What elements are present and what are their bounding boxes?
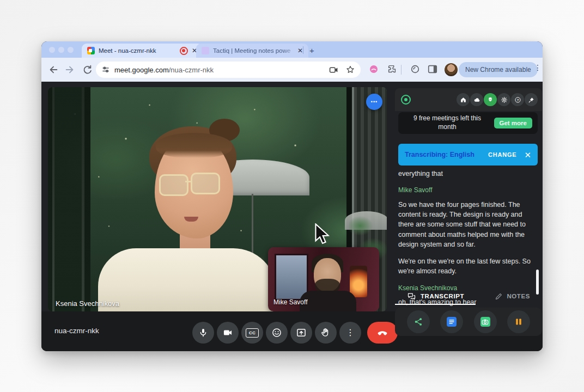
- transcript-utterance: everything that: [398, 169, 531, 179]
- side-panel-icon[interactable]: [427, 64, 438, 75]
- home-button[interactable]: [457, 93, 470, 106]
- tactiq-header-icons: ?: [457, 93, 538, 106]
- main-participant-name: Ksenia Svechnikova: [56, 299, 119, 308]
- tab-meet-title: Meet - nua-czmr-nkk: [99, 47, 176, 54]
- shield-check-icon: [487, 96, 494, 103]
- captions-button[interactable]: CC: [241, 322, 263, 344]
- present-button[interactable]: [290, 322, 312, 344]
- tactiq-extension-icon[interactable]: [368, 64, 379, 75]
- end-call-button[interactable]: [367, 322, 398, 344]
- tactiq-sidebar: ? 9 free meetings left this month Get mo…: [395, 82, 542, 351]
- tab-transcript[interactable]: TRANSCRIPT: [407, 292, 464, 301]
- raise-hand-icon: [320, 327, 331, 338]
- tab-close-icon[interactable]: ✕: [297, 47, 303, 54]
- chat-bubbles-icon: [407, 292, 416, 301]
- tab-separator: [303, 46, 303, 54]
- help-button[interactable]: ?: [511, 93, 524, 106]
- participant-glasses-bridge: [185, 181, 192, 182]
- smiley-icon: [271, 327, 282, 338]
- mouse-cursor: [314, 223, 330, 245]
- camera-in-use-icon[interactable]: [328, 65, 339, 75]
- privacy-button[interactable]: [484, 93, 497, 106]
- pip-participant-body: [300, 291, 356, 311]
- help-icon: ?: [514, 96, 521, 103]
- back-icon[interactable]: [48, 64, 59, 75]
- participant-hairline: [156, 133, 232, 158]
- raise-hand-button[interactable]: [315, 322, 337, 344]
- camera-icon: [222, 327, 233, 338]
- settings-button[interactable]: [497, 93, 510, 106]
- chrome-update-button[interactable]: New Chrome available: [459, 62, 538, 77]
- gear-icon: [501, 96, 508, 103]
- reactions-button[interactable]: [266, 322, 288, 344]
- share-icon: [413, 317, 423, 327]
- active-tab-underline: [395, 304, 476, 305]
- new-tab-button[interactable]: +: [309, 46, 314, 55]
- tab-transcript-label: TRANSCRIPT: [421, 293, 464, 299]
- pin-button[interactable]: [525, 93, 538, 106]
- upload-button[interactable]: [470, 93, 483, 106]
- chrome-update-label: New Chrome available: [465, 66, 531, 74]
- home-icon: [460, 96, 467, 103]
- tab-meet[interactable]: Meet - nua-czmr-nkk ✕: [82, 44, 203, 58]
- screenshot-camera-icon: [480, 317, 490, 327]
- tab-tactiq[interactable]: Tactiq | Meeting notes powe ✕: [196, 44, 308, 58]
- free-meetings-text: 9 free meetings left this month: [404, 114, 491, 131]
- present-icon: [296, 327, 307, 338]
- main-video-tile[interactable]: Mike Savoff ••• Ksenia Svechnikova: [48, 87, 387, 311]
- docs-icon: [447, 317, 457, 327]
- recording-indicator-icon: [180, 47, 188, 55]
- forward-icon[interactable]: [64, 64, 75, 75]
- widget-dots-icon: •••: [371, 99, 378, 105]
- site-info-icon[interactable]: [101, 65, 110, 74]
- transcript-utterance: We're on the we're on the last few steps…: [398, 256, 531, 277]
- tactiq-header: ?: [395, 88, 542, 111]
- transcript-speaker: Mike Savoff: [398, 186, 531, 195]
- pip-video-tile[interactable]: Mike Savoff: [268, 247, 379, 311]
- participant-glasses: [159, 174, 188, 196]
- share-button[interactable]: [407, 310, 430, 333]
- reload-icon[interactable]: [82, 64, 93, 75]
- meet-page: Mike Savoff ••• Ksenia Svechnikova nua-c…: [41, 82, 543, 351]
- url-bar[interactable]: meet.google.com/nua-czmr-nkk: [96, 62, 361, 78]
- change-language-button[interactable]: CHANGE: [488, 151, 516, 158]
- participant-glasses: [191, 173, 220, 194]
- meet-controls: CC ⋮: [192, 322, 398, 344]
- window-close-button[interactable]: [49, 47, 55, 53]
- pencil-icon: [495, 292, 503, 301]
- extensions-puzzle-icon[interactable]: [387, 64, 398, 75]
- meeting-code: nua-czmr-nkk: [54, 327, 99, 335]
- bookmark-star-icon[interactable]: [345, 65, 355, 75]
- free-meetings-banner: 9 free meetings left this month Get more: [398, 112, 538, 134]
- banner-close-icon[interactable]: ✕: [524, 151, 531, 159]
- camera-button[interactable]: [217, 322, 239, 344]
- window-minimize-button[interactable]: [58, 47, 64, 53]
- more-options-button[interactable]: ⋮: [339, 322, 361, 344]
- url-text: meet.google.com/nua-czmr-nkk: [114, 66, 328, 74]
- recording-target-icon: [399, 93, 412, 106]
- pin-icon: [528, 96, 535, 103]
- end-call-icon: [376, 327, 388, 339]
- captions-icon: CC: [246, 328, 259, 338]
- participant-body: [98, 248, 277, 311]
- get-more-button[interactable]: Get more: [494, 118, 533, 128]
- window-zoom-button[interactable]: [68, 47, 74, 53]
- open-docs-button[interactable]: [440, 310, 463, 333]
- svg-text:?: ?: [516, 98, 519, 101]
- transcribing-banner: Transcribing: English CHANGE ✕: [398, 144, 538, 166]
- tactiq-tabs: TRANSCRIPT NOTES: [395, 287, 542, 305]
- browser-menu-icon[interactable]: ⋮: [534, 63, 542, 72]
- microphone-button[interactable]: [192, 322, 214, 344]
- profile-avatar[interactable]: [445, 63, 458, 76]
- tactiq-floating-widget[interactable]: •••: [366, 94, 382, 110]
- lens-icon[interactable]: [410, 64, 421, 75]
- transcript-utterance: So we have the four pages finished. The …: [398, 200, 531, 249]
- pause-recording-button[interactable]: [507, 310, 530, 333]
- scene-umbrella-pole: [252, 194, 253, 255]
- screenshot-button[interactable]: [474, 310, 497, 333]
- toolbar-separator: [401, 65, 402, 75]
- tactiq-action-bar: [395, 308, 542, 336]
- tab-notes-label: NOTES: [507, 293, 530, 299]
- tab-notes[interactable]: NOTES: [495, 292, 530, 301]
- pip-participant-name: Mike Savoff: [273, 298, 307, 306]
